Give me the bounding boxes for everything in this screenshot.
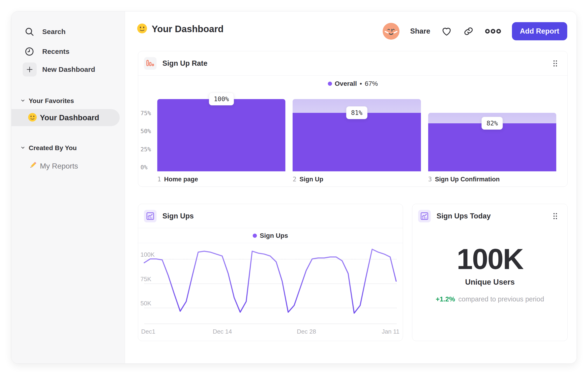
card-title: Sign Ups [162, 212, 194, 220]
sidebar: Search Recents New Dashboard Your Favori… [11, 11, 125, 363]
clock-icon [24, 46, 35, 57]
funnel-chart-icon [144, 57, 157, 70]
chevron-down-icon [20, 145, 25, 151]
stat-delta-note: compared to previous period [458, 295, 544, 303]
x-axis-tick-label: Jan 11 [382, 328, 399, 335]
card-header: Sign Ups Today [412, 204, 567, 228]
page-header: Your Dashboard Share Add Report [125, 21, 577, 42]
funnel-step-label: 3Sign Up Confirmation [428, 176, 500, 183]
favorite-heart-icon[interactable] [441, 26, 452, 37]
app-window: Search Recents New Dashboard Your Favori… [11, 11, 577, 364]
card-title: Sign Ups Today [437, 212, 491, 220]
funnel-step-label: 2Sign Up [293, 176, 323, 183]
x-axis-tick-label: Dec1 [141, 328, 155, 335]
stat-label: Unique Users [465, 278, 515, 286]
legend-label: Overall [335, 80, 357, 87]
sidebar-section-created-by-you[interactable]: Created By You [20, 144, 77, 152]
search-icon [24, 26, 35, 38]
funnel-step: 81%2Sign Up [293, 99, 421, 171]
y-axis-tick-label: 0% [140, 164, 147, 171]
funnel-bar-tooltip: 82% [482, 117, 503, 130]
funnel-y-axis: 75%50%25%0% [140, 99, 157, 171]
y-axis-tick-label: 50% [140, 128, 151, 135]
sign-ups-today-card: Sign Ups Today 100K Unique Users +1.2% c… [412, 204, 568, 341]
step-number: 1 [157, 176, 161, 183]
add-report-button[interactable]: Add Report [512, 22, 567, 40]
line-series [144, 249, 396, 313]
sidebar-item-label: Search [42, 28, 66, 36]
signup-rate-card: Sign Up Rate Overall • 67% 75%50%25%0% 1… [138, 51, 568, 187]
card-title: Sign Up Rate [162, 59, 207, 68]
line-y-axis: 100K75K50K [140, 244, 159, 324]
funnel-step-label: 1Home page [157, 176, 198, 183]
funnel-bar [157, 99, 285, 171]
drag-handle-icon[interactable] [553, 213, 557, 220]
sidebar-item-your-dashboard[interactable]: Your Dashboard [11, 109, 120, 126]
stat-delta: +1.2% [436, 295, 455, 303]
step-name: Sign Up Confirmation [435, 176, 500, 183]
step-number: 3 [428, 176, 432, 183]
funnel-bar [293, 113, 421, 171]
x-axis-tick-label: Dec 28 [297, 328, 316, 335]
line-chart-icon [418, 210, 431, 222]
funnel-step: 100%1Home page [157, 99, 285, 171]
main-content: Your Dashboard Share Add Report [125, 11, 577, 363]
more-options-icon[interactable] [485, 28, 501, 35]
step-name: Sign Up [300, 176, 323, 183]
line-plot-area [144, 244, 397, 324]
y-axis-tick-label: 100K [140, 251, 155, 258]
smiley-emoji-icon [28, 113, 37, 123]
sidebar-item-recents[interactable]: Recents [11, 45, 125, 59]
card-header: Sign Ups [138, 204, 403, 228]
sidebar-item-new-dashboard[interactable]: New Dashboard [11, 61, 125, 78]
y-axis-tick-label: 75K [140, 275, 151, 283]
step-name: Home page [164, 176, 198, 183]
copy-link-icon[interactable] [463, 26, 474, 37]
step-number: 2 [293, 176, 296, 183]
plus-icon [23, 62, 37, 76]
funnel-bars: 100%1Home page81%2Sign Up82%3Sign Up Con… [157, 99, 556, 171]
sign-ups-line [144, 244, 397, 323]
section-label: Your Favorites [29, 97, 74, 105]
chart-legend[interactable]: Overall • 67% [138, 76, 567, 92]
avatar[interactable] [383, 23, 399, 40]
line-x-axis: Dec1Dec 14Dec 28Jan 11 [144, 328, 397, 337]
sidebar-item-label: New Dashboard [42, 66, 95, 73]
stat-value: 100K [457, 243, 523, 275]
funnel-bar-tooltip: 100% [209, 92, 234, 105]
funnel-bar-tooltip: 81% [346, 106, 368, 119]
legend-dot [253, 234, 257, 238]
sidebar-item-label: Recents [42, 48, 70, 55]
legend-dot [328, 81, 332, 86]
legend-label: Sign Ups [260, 232, 288, 239]
line-chart-icon [144, 210, 157, 222]
y-axis-tick-label: 75% [140, 110, 151, 117]
pencil-emoji-icon [28, 161, 38, 171]
legend-value: 67% [365, 80, 378, 87]
sidebar-item-my-reports[interactable]: My Reports [11, 159, 125, 173]
sidebar-item-label: My Reports [40, 162, 78, 171]
x-axis-tick-label: Dec 14 [213, 328, 232, 335]
funnel-bar [428, 123, 556, 171]
smiley-emoji-icon [137, 23, 147, 35]
stat-body: 100K Unique Users +1.2% compared to prev… [412, 228, 567, 303]
chart-legend[interactable]: Sign Ups [138, 229, 403, 243]
drag-handle-icon[interactable] [553, 60, 557, 68]
funnel-step: 82%3Sign Up Confirmation [428, 99, 556, 171]
sidebar-item-search[interactable]: Search [11, 25, 125, 39]
share-button[interactable]: Share [410, 27, 430, 35]
sidebar-section-favorites[interactable]: Your Favorites [20, 97, 74, 105]
y-axis-tick-label: 50K [140, 300, 151, 307]
sign-ups-card: Sign Ups Sign Ups 100K75K50K Dec1Dec 14D… [138, 204, 403, 341]
card-header: Sign Up Rate [138, 51, 567, 76]
page-title: Your Dashboard [152, 24, 223, 34]
sidebar-item-label: Your Dashboard [40, 113, 99, 122]
section-label: Created By You [29, 144, 77, 152]
chevron-down-icon [20, 98, 25, 104]
legend-separator: • [360, 80, 362, 87]
y-axis-tick-label: 25% [140, 146, 151, 153]
